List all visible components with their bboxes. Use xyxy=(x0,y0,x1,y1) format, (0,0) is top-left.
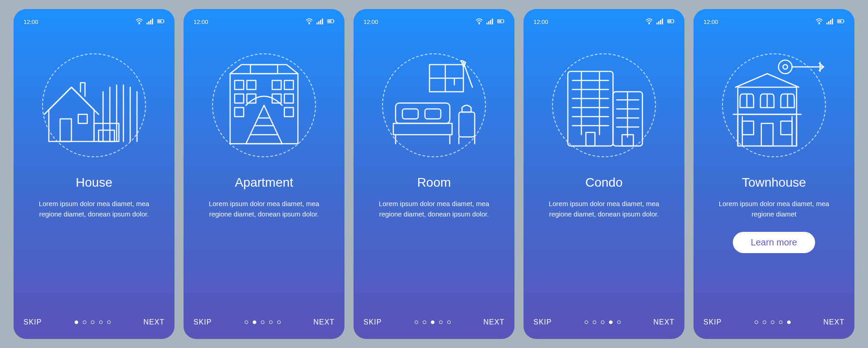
svg-rect-75 xyxy=(781,121,792,135)
dot[interactable] xyxy=(609,320,613,324)
dot[interactable] xyxy=(423,320,426,324)
learn-more-button[interactable]: Learn more xyxy=(733,232,815,253)
svg-rect-57 xyxy=(670,20,671,22)
status-bar: 12:00 xyxy=(703,17,844,26)
battery-icon xyxy=(157,18,165,26)
svg-rect-40 xyxy=(504,20,504,22)
dot[interactable] xyxy=(83,320,86,324)
svg-rect-10 xyxy=(78,114,87,123)
wifi-icon xyxy=(816,18,823,26)
dot[interactable] xyxy=(91,320,94,324)
status-icons xyxy=(306,18,335,26)
dot[interactable] xyxy=(593,320,596,324)
signal-icon xyxy=(656,18,664,26)
svg-rect-36 xyxy=(488,21,490,24)
nav-bar: SKIP NEXT xyxy=(703,318,844,326)
svg-rect-37 xyxy=(490,20,491,24)
svg-rect-4 xyxy=(152,19,153,24)
dot[interactable] xyxy=(763,320,766,324)
illustration xyxy=(363,49,505,162)
dot[interactable] xyxy=(439,320,443,324)
condo-icon xyxy=(554,60,654,150)
onboarding-screen-room: 12:00 Room Lorem ipsum dolor mea diamet,… xyxy=(354,9,514,339)
dot[interactable] xyxy=(245,320,248,324)
dot[interactable] xyxy=(431,320,434,324)
wifi-icon xyxy=(476,18,483,26)
svg-rect-53 xyxy=(662,19,663,24)
status-time: 12:00 xyxy=(193,19,208,25)
illustration xyxy=(533,49,675,162)
screen-title: Townhouse xyxy=(703,175,844,190)
svg-rect-32 xyxy=(235,108,244,117)
dot[interactable] xyxy=(415,320,418,324)
nav-bar: SKIP NEXT xyxy=(24,318,165,326)
svg-rect-12 xyxy=(99,130,114,141)
dot[interactable] xyxy=(107,320,111,324)
next-button[interactable]: NEXT xyxy=(483,318,505,326)
status-time: 12:00 xyxy=(363,19,378,25)
dot[interactable] xyxy=(617,320,621,324)
nav-bar: SKIP NEXT xyxy=(533,318,675,326)
wifi-icon xyxy=(306,18,313,26)
svg-rect-74 xyxy=(742,121,754,135)
page-indicator xyxy=(415,320,451,324)
battery-icon xyxy=(667,18,675,26)
apartment-icon xyxy=(219,60,309,150)
svg-rect-65 xyxy=(830,20,831,24)
svg-rect-28 xyxy=(235,94,244,103)
skip-button[interactable]: SKIP xyxy=(363,318,382,326)
dot[interactable] xyxy=(601,320,604,324)
svg-point-72 xyxy=(783,65,788,69)
page-indicator xyxy=(75,320,111,324)
screen-title: House xyxy=(24,175,165,190)
svg-rect-6 xyxy=(164,20,164,22)
svg-rect-17 xyxy=(322,19,323,24)
next-button[interactable]: NEXT xyxy=(823,318,844,326)
skip-button[interactable]: SKIP xyxy=(703,318,722,326)
svg-rect-64 xyxy=(828,21,830,24)
dot[interactable] xyxy=(269,320,273,324)
svg-point-62 xyxy=(819,23,820,24)
dot[interactable] xyxy=(261,320,264,324)
next-button[interactable]: NEXT xyxy=(653,318,675,326)
skip-button[interactable]: SKIP xyxy=(24,318,42,326)
dot[interactable] xyxy=(99,320,103,324)
dot[interactable] xyxy=(755,320,758,324)
svg-rect-51 xyxy=(658,21,660,24)
wifi-icon xyxy=(136,18,143,26)
screen-description: Lorem ipsum dolor mea diamet, mea region… xyxy=(703,199,844,219)
onboarding-screen-apartment: 12:00 Apartment Lorem ipsum dolor mea di… xyxy=(184,9,344,339)
next-button[interactable]: NEXT xyxy=(313,318,335,326)
svg-rect-41 xyxy=(498,20,500,22)
svg-point-71 xyxy=(778,60,792,74)
dot[interactable] xyxy=(447,320,451,324)
dot[interactable] xyxy=(277,320,281,324)
page-indicator xyxy=(755,320,791,324)
svg-rect-69 xyxy=(838,20,840,22)
svg-rect-42 xyxy=(500,20,501,22)
dot[interactable] xyxy=(585,320,588,324)
svg-rect-46 xyxy=(402,109,418,119)
status-time: 12:00 xyxy=(533,19,548,25)
dot[interactable] xyxy=(787,320,791,324)
svg-rect-47 xyxy=(425,109,441,119)
svg-rect-3 xyxy=(150,20,151,24)
skip-button[interactable]: SKIP xyxy=(193,318,212,326)
status-icons xyxy=(136,18,165,26)
svg-rect-55 xyxy=(674,20,674,22)
skip-button[interactable]: SKIP xyxy=(533,318,552,326)
svg-rect-59 xyxy=(586,132,595,146)
svg-rect-1 xyxy=(146,23,148,24)
dot[interactable] xyxy=(75,320,78,324)
signal-icon xyxy=(826,18,834,26)
dot[interactable] xyxy=(779,320,783,324)
next-button[interactable]: NEXT xyxy=(143,318,165,326)
status-bar: 12:00 xyxy=(533,17,675,26)
svg-rect-11 xyxy=(94,123,119,141)
svg-rect-14 xyxy=(316,23,318,24)
dot[interactable] xyxy=(253,320,256,324)
signal-icon xyxy=(486,18,494,26)
svg-rect-33 xyxy=(284,108,293,117)
dot[interactable] xyxy=(771,320,774,324)
wifi-icon xyxy=(646,18,653,26)
